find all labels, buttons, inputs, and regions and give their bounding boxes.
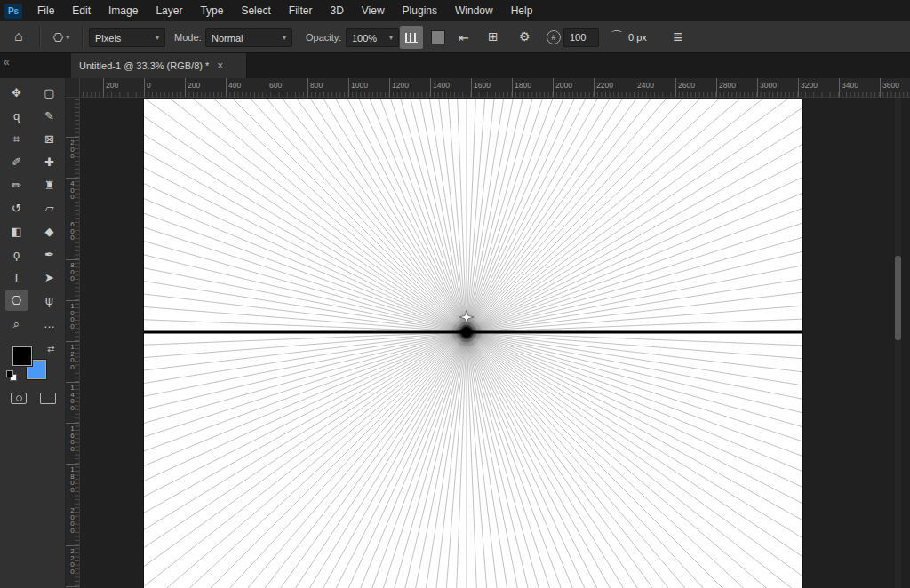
align-distribute-icon[interactable]: ≣ <box>673 29 683 44</box>
mode-value: Normal <box>212 33 243 44</box>
ruler-tick <box>66 586 80 587</box>
ruler-tick <box>716 78 717 97</box>
swap-colors-icon[interactable]: ⇄ <box>47 344 54 354</box>
quick-mask-button[interactable] <box>11 393 27 404</box>
crop-tool[interactable]: ⌗ <box>5 128 28 149</box>
home-icon[interactable]: ⌂ <box>14 29 23 44</box>
sunburst-artwork <box>144 99 802 588</box>
gray-swatch[interactable] <box>431 30 445 44</box>
vertical-scrollbar-thumb[interactable] <box>895 256 901 340</box>
move-tool[interactable]: ✥ <box>5 82 28 103</box>
ruler-tick <box>267 78 267 97</box>
separator <box>39 27 40 48</box>
zoom-tool[interactable]: ⌕ <box>5 313 28 334</box>
menu-plugins[interactable]: Plugins <box>394 0 446 21</box>
ruler-tick <box>307 78 308 97</box>
opacity-label: Opacity: <box>306 32 341 43</box>
screen-mode-button[interactable] <box>40 393 56 404</box>
path-selection-tool[interactable]: ➤ <box>38 266 61 288</box>
toolbar: ✥▢ɋ✎⌗⊠✐✚✏♜↺▱◧◆ϙ✒T➤⎔ψ⌕… ⇄ <box>0 78 66 588</box>
tab-bar: « Untitled-1 @ 33.3% (RGB/8) * × <box>0 53 910 78</box>
polygon-shape-tool[interactable]: ⎔ <box>5 290 28 311</box>
document-canvas[interactable] <box>144 99 802 588</box>
blur-tool[interactable]: ◆ <box>38 220 61 242</box>
gradient-tool[interactable]: ◧ <box>5 220 28 242</box>
menu-view[interactable]: View <box>353 0 394 21</box>
ruler-tick <box>66 219 80 219</box>
ruler-tick <box>471 78 472 97</box>
menu-type[interactable]: Type <box>191 0 232 21</box>
menu-3d[interactable]: 3D <box>321 0 352 21</box>
ruler-label: 1 6 0 0 <box>68 425 77 452</box>
menu-select[interactable]: Select <box>232 0 279 21</box>
eyedropper-tool[interactable]: ✐ <box>5 151 28 172</box>
ruler-label: 3400 <box>842 81 858 90</box>
more-tools[interactable]: … <box>38 313 61 334</box>
menu-image[interactable]: Image <box>100 0 147 21</box>
grid-plus-icon[interactable]: ⊞ <box>488 29 499 44</box>
menu-window[interactable]: Window <box>446 0 502 21</box>
opacity-dropdown[interactable]: 100% ▾ <box>346 28 399 47</box>
ruler-label: 3600 <box>882 81 899 90</box>
pressure-histogram-button[interactable] <box>400 26 423 49</box>
hand-tool[interactable]: ψ <box>38 290 61 311</box>
mode-dropdown[interactable]: Normal ▾ <box>205 28 292 47</box>
healing-brush-tool[interactable]: ✚ <box>38 151 61 172</box>
ruler-label: 1 2 0 0 <box>68 344 77 370</box>
corner-radius-icon: ⌒ <box>611 29 623 44</box>
photoshop-logo-icon[interactable]: Ps <box>4 4 22 19</box>
canvas-area[interactable] <box>80 98 910 588</box>
ruler-tick <box>66 178 80 179</box>
chevron-down-icon: ▾ <box>389 34 393 42</box>
gear-icon[interactable]: ⚙ <box>519 29 531 44</box>
type-tool[interactable]: T <box>5 266 28 288</box>
ruler-tick <box>512 78 513 97</box>
ruler-tick <box>594 78 595 97</box>
dodge-tool[interactable]: ϙ <box>5 243 28 265</box>
default-colors-icon[interactable] <box>6 370 18 382</box>
foreground-color-swatch[interactable] <box>12 346 32 366</box>
collapse-panels-icon[interactable]: « <box>4 56 8 68</box>
ruler-label: 800 <box>310 81 323 90</box>
pen-tool[interactable]: ✒ <box>38 243 61 265</box>
document-tab[interactable]: Untitled-1 @ 33.3% (RGB/8) * × <box>71 53 247 78</box>
ruler-label: 2200 <box>596 81 613 90</box>
fill-mode-dropdown[interactable]: Pixels ▾ <box>89 28 165 47</box>
ruler-tick <box>226 78 227 97</box>
ruler-label: 2000 <box>555 81 572 90</box>
ruler-label: 1000 <box>351 81 368 90</box>
eraser-tool[interactable]: ▱ <box>38 197 61 219</box>
history-brush-tool[interactable]: ↺ <box>5 197 28 219</box>
menu-file[interactable]: File <box>28 0 63 21</box>
rectangular-marquee-tool[interactable]: ▢ <box>38 82 61 103</box>
ruler-tick <box>675 78 676 97</box>
ruler-label: 3000 <box>760 81 777 90</box>
vertical-scrollbar[interactable] <box>895 98 901 588</box>
ruler-tick <box>66 259 80 260</box>
ruler-tick <box>66 545 80 546</box>
ruler-label: 3200 <box>801 81 818 90</box>
ruler-tick <box>635 78 635 97</box>
horizontal-ruler[interactable]: 2000200400600800100012001400160018002000… <box>80 78 910 98</box>
polygon-tool-icon: ⎔ <box>53 31 63 44</box>
menu-filter[interactable]: Filter <box>280 0 322 21</box>
menu-edit[interactable]: Edit <box>63 0 100 21</box>
ruler-tick <box>757 78 758 97</box>
menu-layer[interactable]: Layer <box>147 0 191 21</box>
corner-radius-value[interactable]: 0 px <box>628 32 647 43</box>
ruler-tick <box>66 505 80 505</box>
menu-help[interactable]: Help <box>502 0 542 21</box>
tab-title: Untitled-1 @ 33.3% (RGB/8) * <box>79 60 209 71</box>
sides-input[interactable]: 100 <box>563 28 599 47</box>
align-icon[interactable]: ⇤ <box>459 30 469 44</box>
brush-tool[interactable]: ✏ <box>5 174 28 195</box>
frame-tool[interactable]: ⊠ <box>38 128 61 149</box>
vertical-ruler[interactable]: 2 0 04 0 06 0 08 0 01 0 0 01 2 0 01 4 0 … <box>66 98 80 588</box>
toolbar-bottom <box>0 391 66 409</box>
tool-preset-button[interactable]: ⎔ ▾ <box>46 28 76 47</box>
quick-selection-tool[interactable]: ✎ <box>38 105 61 126</box>
close-tab-icon[interactable]: × <box>217 60 223 72</box>
clone-stamp-tool[interactable]: ♜ <box>38 174 61 195</box>
ruler-label: 1 8 0 0 <box>68 466 77 493</box>
lasso-tool[interactable]: ɋ <box>5 105 28 126</box>
